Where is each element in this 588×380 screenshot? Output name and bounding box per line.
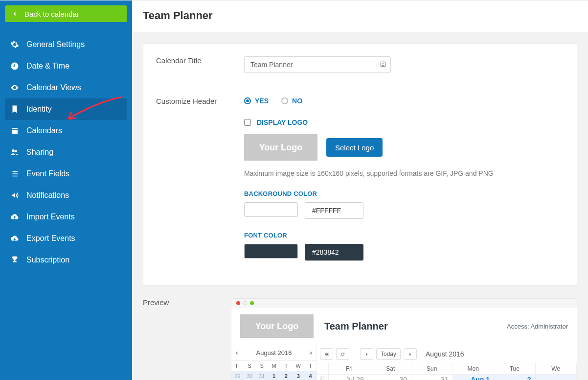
prev-week-button[interactable] [360,348,373,360]
sidebar-item-label: Identity [26,105,52,114]
settings-nav: General Settings Date & Time Calendar Vi… [0,34,132,380]
week-day-header: We [536,363,577,375]
back-label: Back to calendar [24,10,79,18]
sidebar-item-label: Subscription [26,256,69,264]
calendar-icon [10,126,20,136]
mini-day-cell[interactable]: 4 [304,371,317,380]
week-day-header: Tue [494,363,536,375]
today-button[interactable]: Today [376,348,401,360]
mini-day-header: T [304,361,317,371]
font-color-hex[interactable]: #283842 [305,244,363,261]
sidebar-item-general-settings[interactable]: General Settings [0,34,132,55]
display-logo-checkbox[interactable] [244,119,251,126]
mini-day-cell[interactable]: 29 [231,371,244,380]
sidebar-item-event-fields[interactable]: Event Fields [0,163,132,185]
cloud-upload-icon [10,212,20,222]
mini-day-cell[interactable]: 31 [256,371,268,380]
mini-prev-button[interactable] [234,349,239,357]
select-logo-button[interactable]: Select Logo [326,138,383,157]
customize-header-label: Customize Header [156,97,244,105]
svg-point-1 [383,63,384,64]
sidebar-item-label: General Settings [26,40,85,49]
day-cell[interactable]: 30 [370,375,411,380]
sidebar-item-calendars[interactable]: Calendars [0,120,132,142]
radio-on-icon [244,97,251,104]
sidebar-item-notifications[interactable]: Notifications [0,185,132,206]
calendar-title-label: Calendar Title [156,56,244,65]
clock-icon [10,61,20,71]
sidebar-item-subscription[interactable]: Subscription [0,249,132,271]
preview-title: Team Planner [324,321,496,332]
day-cell[interactable] [536,375,577,380]
week-day-header: Sat [370,363,412,375]
mini-calendar: August 2016 FSSMTWT 2930311234 567891011 [231,345,317,380]
week-view: Today August 2016 FriSatSunMonTueWe 31 J… [317,345,577,380]
week-number-cell: 31 [317,375,329,380]
window-min-dot [243,301,247,305]
sidebar-item-date-time[interactable]: Date & Time [0,55,132,77]
sidebar: Back to calendar General Settings Date &… [0,0,132,380]
next-week-button[interactable] [404,348,417,360]
day-cell[interactable]: Aug 1 2:00pm [453,375,494,380]
mini-day-cell[interactable]: 30 [244,371,256,380]
font-color-label: FONT COLOR [244,232,564,239]
day-cell[interactable]: 31 [411,375,452,380]
preview-logo: Your Logo [240,314,314,338]
bg-color-label: BACKGROUND COLOR [244,190,564,197]
mini-day-header: T [280,361,292,371]
mini-day-cell[interactable]: 1 [268,371,280,380]
logo-hint: Maximum image size is 160x160 pixels, su… [244,169,564,177]
sidebar-item-label: Import Events [26,213,75,221]
preview-label: Preview [143,298,231,380]
logo-placeholder: Your Logo [244,134,317,161]
page-title: Team Planner [132,0,588,32]
sidebar-item-label: Calendars [26,126,62,135]
mini-next-button[interactable] [309,349,314,357]
mini-month-label: August 2016 [256,349,292,356]
radio-label: YES [255,97,269,105]
window-close-dot [236,301,240,305]
trophy-icon [10,255,20,265]
week-day-header: Mon [453,363,495,375]
calendar-title-input[interactable] [244,56,391,73]
mini-day-cell[interactable]: 3 [292,371,304,380]
cloud-download-icon [10,234,20,243]
customize-header-no-radio[interactable]: NO [281,97,302,105]
sidebar-item-calendar-views[interactable]: Calendar Views [0,77,132,98]
sidebar-item-label: Event Fields [26,169,69,178]
list-icon [10,169,20,179]
mini-day-header: M [268,361,280,371]
back-to-calendar-button[interactable]: Back to calendar [5,5,127,22]
display-logo-label: DISPLAY LOGO [257,119,308,126]
sidebar-item-export-events[interactable]: Export Events [0,228,132,249]
gear-icon [10,40,20,49]
day-cell[interactable]: 2 [494,375,535,380]
volume-icon [10,190,20,200]
first-page-button[interactable] [320,348,333,360]
mini-day-header: S [256,361,268,371]
window-chrome [231,299,577,308]
week-day-header: Fri [329,363,370,375]
customize-header-yes-radio[interactable]: YES [244,97,269,105]
bg-color-hex[interactable]: #FFFFFF [305,202,363,219]
sidebar-item-label: Notifications [26,191,69,200]
font-color-swatch[interactable] [244,244,298,259]
sidebar-item-label: Calendar Views [26,83,81,92]
refresh-button[interactable] [336,348,349,360]
bookmark-icon [10,104,20,114]
mini-day-header: W [292,361,304,371]
week-day-header: Sun [411,363,453,375]
sidebar-item-sharing[interactable]: Sharing [0,142,132,163]
sidebar-item-identity[interactable]: Identity [5,98,127,120]
contact-card-icon [380,61,386,68]
radio-label: NO [292,97,302,105]
users-icon [10,147,20,157]
day-cell[interactable]: Jul 29, 2016 [329,375,370,380]
mini-day-cell[interactable]: 2 [280,371,292,380]
sidebar-item-import-events[interactable]: Import Events [0,206,132,228]
bg-color-swatch[interactable] [244,202,298,217]
sidebar-item-label: Date & Time [26,62,69,71]
mini-day-header: F [231,361,244,371]
window-max-dot [250,301,254,305]
week-month-label: August 2016 [426,350,464,358]
